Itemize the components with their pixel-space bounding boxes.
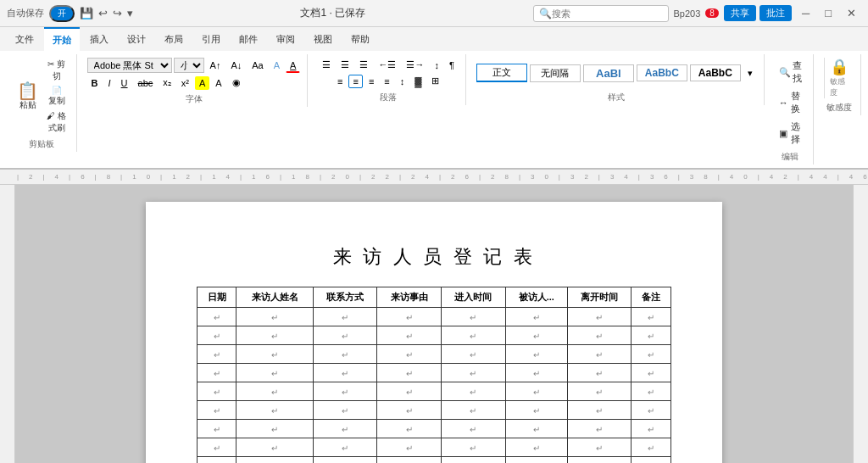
table-cell[interactable]: ↵	[632, 364, 671, 382]
table-cell[interactable]: ↵	[632, 401, 671, 420]
align-center-btn[interactable]: ≡	[348, 75, 362, 88]
style-heading1[interactable]: AaBl	[583, 64, 634, 82]
text-effects-btn[interactable]: A	[270, 59, 284, 72]
table-cell[interactable]: ↵	[567, 382, 632, 401]
table-cell[interactable]: ↵	[632, 326, 671, 345]
table-cell[interactable]: ↵	[198, 438, 236, 457]
paste-button[interactable]: 📋 粘贴	[14, 81, 42, 113]
table-cell[interactable]: ↵	[313, 401, 377, 420]
tab-insert[interactable]: 插入	[81, 27, 117, 51]
align-right-btn[interactable]: ≡	[364, 75, 378, 88]
table-cell[interactable]: ↵	[505, 401, 567, 420]
select-button[interactable]: ▣ 选择	[775, 119, 806, 148]
table-cell[interactable]: ↵	[198, 326, 236, 345]
table-cell[interactable]: ↵	[236, 457, 313, 464]
close-button[interactable]: ✕	[842, 7, 861, 20]
tab-view[interactable]: 视图	[305, 27, 341, 51]
clear-format-btn[interactable]: Aa	[248, 59, 267, 72]
format-paint-button[interactable]: 🖌 格式刷	[44, 109, 70, 135]
table-cell[interactable]: ↵	[377, 308, 442, 326]
table-cell[interactable]: ↵	[441, 345, 505, 364]
table-cell[interactable]: ↵	[632, 308, 671, 326]
style-heading2[interactable]: AaBbC	[637, 64, 687, 81]
font-name-select[interactable]: Adobe 黑体 St	[87, 58, 172, 73]
table-cell[interactable]: ↵	[313, 364, 377, 382]
underline-button[interactable]: U	[117, 76, 132, 90]
table-cell[interactable]: ↵	[377, 345, 442, 364]
table-cell[interactable]: ↵	[236, 326, 313, 345]
table-cell[interactable]: ↵	[236, 420, 313, 438]
table-cell[interactable]: ↵	[567, 401, 632, 420]
save-icon-btn[interactable]: 💾	[80, 7, 93, 20]
italic-button[interactable]: I	[104, 76, 115, 90]
table-cell[interactable]: ↵	[632, 438, 671, 457]
numbered-list-btn[interactable]: ☰	[337, 58, 353, 72]
font-size-select[interactable]: 小二 初号 12	[174, 58, 204, 73]
table-cell[interactable]: ↵	[441, 438, 505, 457]
table-cell[interactable]: ↵	[377, 326, 442, 345]
table-cell[interactable]: ↵	[505, 420, 567, 438]
tab-design[interactable]: 设计	[119, 27, 154, 51]
table-cell[interactable]: ↵	[505, 457, 567, 464]
table-cell[interactable]: ↵	[236, 364, 313, 382]
table-cell[interactable]: ↵	[313, 345, 377, 364]
table-cell[interactable]: ↵	[505, 364, 567, 382]
table-cell[interactable]: ↵	[377, 364, 442, 382]
table-cell[interactable]: ↵	[236, 382, 313, 401]
table-cell[interactable]: ↵	[377, 401, 442, 420]
style-title[interactable]: AaBbC	[690, 64, 741, 81]
table-cell[interactable]: ↵	[505, 438, 567, 457]
font-color-btn2[interactable]: A	[211, 76, 225, 90]
border-btn[interactable]: ⊞	[427, 74, 443, 88]
cut-button[interactable]: ✂ 剪切	[44, 58, 70, 83]
table-cell[interactable]: ↵	[632, 420, 671, 438]
table-cell[interactable]: ↵	[441, 382, 505, 401]
tab-layout[interactable]: 布局	[156, 27, 192, 51]
table-cell[interactable]: ↵	[441, 457, 505, 464]
table-cell[interactable]: ↵	[313, 420, 377, 438]
table-cell[interactable]: ↵	[441, 364, 505, 382]
table-cell[interactable]: ↵	[313, 308, 377, 326]
table-cell[interactable]: ↵	[377, 438, 442, 457]
align-left-btn[interactable]: ≡	[333, 75, 347, 88]
table-cell[interactable]: ↵	[198, 401, 236, 420]
undo-btn[interactable]: ↩	[98, 7, 108, 20]
table-cell[interactable]: ↵	[505, 308, 567, 326]
style-normal[interactable]: 正文	[476, 64, 527, 82]
strikethrough-btn[interactable]: abc	[134, 76, 158, 90]
table-cell[interactable]: ↵	[441, 308, 505, 326]
table-cell[interactable]: ↵	[198, 382, 236, 401]
table-cell[interactable]: ↵	[505, 382, 567, 401]
table-cell[interactable]: ↵	[313, 457, 377, 464]
table-cell[interactable]: ↵	[236, 401, 313, 420]
comment-button[interactable]: 批注	[760, 5, 792, 21]
table-cell[interactable]: ↵	[632, 345, 671, 364]
table-cell[interactable]: ↵	[441, 401, 505, 420]
tab-file[interactable]: 文件	[7, 27, 42, 51]
superscript-btn[interactable]: x²	[177, 76, 193, 90]
justify-btn[interactable]: ≡	[380, 75, 393, 88]
table-cell[interactable]: ↵	[632, 382, 671, 401]
table-cell[interactable]: ↵	[313, 438, 377, 457]
table-cell[interactable]: ↵	[198, 308, 236, 326]
tab-help[interactable]: 帮助	[342, 27, 378, 51]
table-cell[interactable]: ↵	[441, 420, 505, 438]
subscript-btn[interactable]: x₂	[159, 75, 175, 90]
restore-button[interactable]: □	[820, 7, 837, 20]
decrease-font-btn[interactable]: A↓	[226, 59, 246, 72]
table-cell[interactable]: ↵	[198, 457, 236, 464]
table-cell[interactable]: ↵	[567, 457, 632, 464]
table-cell[interactable]: ↵	[441, 326, 505, 345]
customize-btn[interactable]: ▾	[127, 7, 133, 20]
tab-mailings[interactable]: 邮件	[231, 27, 266, 51]
multilevel-list-btn[interactable]: ☰	[355, 58, 372, 72]
table-cell[interactable]: ↵	[236, 345, 313, 364]
tab-review[interactable]: 审阅	[268, 27, 303, 51]
tab-home[interactable]: 开始	[44, 27, 80, 51]
tab-references[interactable]: 引用	[193, 27, 229, 51]
table-cell[interactable]: ↵	[313, 382, 377, 401]
styles-expand-btn[interactable]: ▾	[743, 66, 757, 81]
title-search-input[interactable]	[552, 8, 662, 19]
table-cell[interactable]: ↵	[198, 345, 236, 364]
auto-save-toggle[interactable]: 开	[49, 5, 75, 22]
